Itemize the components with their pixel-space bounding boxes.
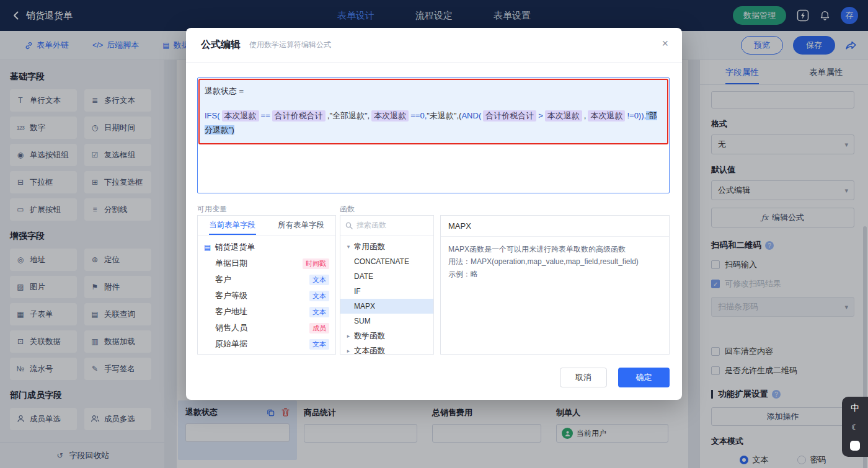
variable-item[interactable]: 单据日期时间戳 [198, 255, 335, 272]
function-item[interactable]: DATE [340, 269, 433, 284]
formula-token: "全部退款", [329, 111, 370, 120]
formula-token: "未退款", [427, 111, 459, 120]
formula-editor[interactable]: 退款状态 = IFS(本次退款==合计价税合计,"全部退款",本次退款==0,"… [197, 77, 670, 193]
formula-token: > [538, 111, 543, 120]
tab-current-form-fields[interactable]: 当前表单字段 [198, 216, 267, 235]
variable-item[interactable]: 原始单据文本 [198, 336, 335, 352]
function-doc-desc: MAPX函数是一个可以用来进行跨表单取数的高级函数 [448, 243, 662, 255]
dialog-title: 公式编辑 [201, 38, 241, 51]
caret-down-icon: ▾ [345, 244, 352, 250]
variable-item[interactable]: 客户文本 [198, 272, 335, 288]
form-doc-icon: ▤ [204, 243, 211, 252]
functions-label: 函数 [340, 204, 355, 214]
function-group-name: 数学函数 [354, 331, 385, 342]
function-item[interactable]: CONCATENATE [340, 254, 433, 269]
variable-name: 原始单据 [215, 338, 247, 350]
functions-panel: 搜索函数 ▾常用函数CONCATENATEDATEIFMAPXSUM▸数学函数▸… [340, 215, 434, 355]
function-item[interactable]: SUM [340, 314, 433, 329]
functions-list: ▾常用函数CONCATENATEDATEIFMAPXSUM▸数学函数▸文本函数 [340, 236, 433, 355]
function-doc-example: 示例：略 [448, 268, 662, 280]
ime-widget[interactable]: 中 ☾ [842, 397, 868, 457]
function-search-input[interactable]: 搜索函数 [340, 216, 433, 236]
formula-token: !=0)), [627, 111, 646, 120]
ime-assistant-icon [850, 441, 860, 451]
search-placeholder: 搜索函数 [356, 220, 386, 231]
function-group[interactable]: ▾常用函数 [340, 239, 433, 254]
formula-variable-chip: 本次退款 [222, 110, 259, 121]
function-item[interactable]: IF [340, 284, 433, 299]
close-icon[interactable]: × [662, 38, 668, 49]
function-group[interactable]: ▸数学函数 [340, 329, 433, 343]
variables-panel: 当前表单字段 所有表单字段 ▤ 销货退货单 单据日期时间戳客户文本客户等级文本客… [197, 215, 336, 355]
formula-token: AND( [461, 111, 481, 120]
formula-token: ==0, [410, 111, 427, 120]
variable-type-tag: 文本 [309, 291, 329, 301]
formula-token: IFS( [205, 111, 220, 120]
variable-type-tag: 文本 [309, 307, 329, 317]
function-group-name: 常用函数 [354, 242, 385, 252]
app-window: 销货退货单 表单设计流程设定表单设置 数据管理 存 表单外链</>后端脚本▤数据… [0, 0, 868, 468]
formula-token: , [584, 111, 587, 120]
formula-variable-chip: 本次退款 [545, 110, 582, 121]
variable-tree-root[interactable]: ▤ 销货退货单 [198, 239, 335, 255]
formula-variable-chip: 合计价税合计 [272, 110, 326, 121]
variable-name: 客户地址 [215, 306, 247, 317]
variables-label: 可用变量 [197, 204, 227, 214]
function-group-name: 文本函数 [354, 346, 385, 355]
variable-name: 单据日期 [215, 258, 247, 269]
variable-type-tag: 时间戳 [303, 258, 329, 269]
cancel-button[interactable]: 取消 [560, 368, 607, 387]
moon-icon: ☾ [851, 423, 859, 432]
dialog-subtitle: 使用数学运算符编辑公式 [249, 40, 331, 50]
ime-mode-label: 中 [851, 403, 859, 414]
formula-target: 退款状态 = [205, 84, 662, 99]
function-doc-panel: MAPX MAPX函数是一个可以用来进行跨表单取数的高级函数 用法：MAPX(o… [440, 215, 670, 355]
variable-item[interactable]: 客户地址文本 [198, 304, 335, 320]
formula-edit-dialog: 公式编辑 使用数学运算符编辑公式 × 退款状态 = IFS(本次退款==合计价税… [186, 28, 682, 400]
variable-type-tag: 文本 [309, 275, 329, 285]
variables-list: 单据日期时间戳客户文本客户等级文本客户地址文本销售人员成员原始单据文本 [198, 255, 335, 352]
variable-item[interactable]: 销售人员成员 [198, 320, 335, 336]
formula-token: == [261, 111, 270, 120]
formula-variable-chip: 本次退款 [588, 110, 625, 121]
formula-variable-chip: 本次退款 [371, 110, 409, 121]
search-icon [345, 222, 353, 229]
variable-name: 客户 [215, 274, 231, 285]
variable-item[interactable]: 客户等级文本 [198, 288, 335, 304]
function-doc-title: MAPX [441, 216, 669, 237]
tab-all-form-fields[interactable]: 所有表单字段 [267, 216, 335, 235]
formula-expression: IFS(本次退款==合计价税合计,"全部退款",本次退款==0,"未退款",(A… [205, 108, 662, 137]
caret-right-icon: ▸ [345, 333, 352, 339]
caret-right-icon: ▸ [345, 348, 352, 354]
confirm-button[interactable]: 确定 [618, 368, 670, 387]
variable-type-tag: 文本 [309, 339, 329, 350]
formula-highlight-box: 退款状态 = IFS(本次退款==合计价税合计,"全部退款",本次退款==0,"… [198, 79, 668, 144]
variable-name: 客户等级 [215, 290, 247, 301]
variable-type-tag: 成员 [309, 323, 329, 333]
variable-name: 销售人员 [215, 322, 247, 333]
function-item[interactable]: MAPX [340, 299, 433, 314]
function-doc-usage: 用法：MAPX(operation,map_value,map_field,re… [448, 255, 662, 268]
function-group[interactable]: ▸文本函数 [340, 343, 433, 355]
formula-variable-chip: 合计价税合计 [483, 110, 536, 121]
